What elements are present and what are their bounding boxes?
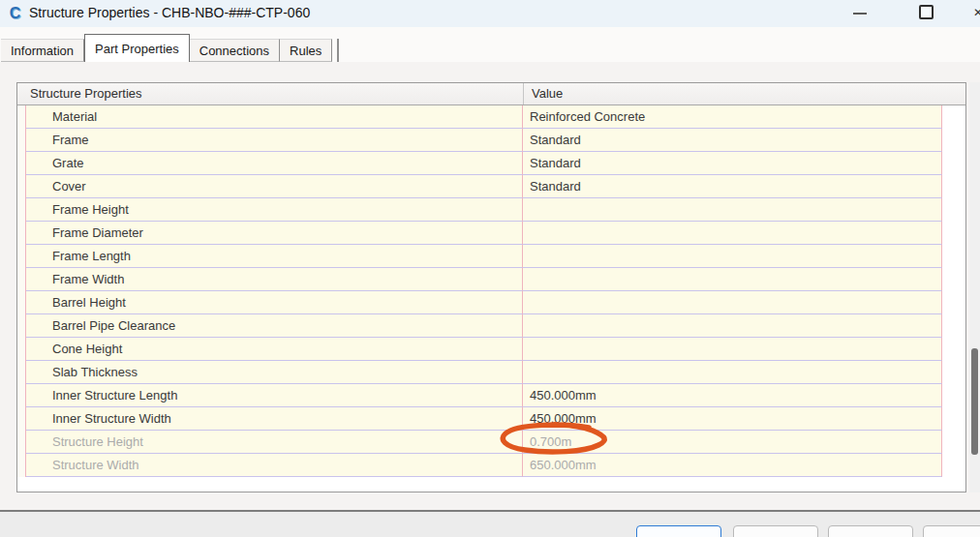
property-value-cell[interactable]: 0.700m (523, 431, 942, 454)
row-indent-gutter (17, 222, 26, 245)
row-right-gutter (942, 175, 965, 198)
table-row: Structure Height 0.700m (17, 431, 965, 454)
property-name-cell: Inner Structure Width (26, 407, 523, 431)
row-right-gutter (942, 361, 965, 384)
row-right-gutter (942, 245, 965, 268)
row-right-gutter (942, 222, 965, 245)
row-right-gutter (942, 314, 965, 338)
app-icon: C (7, 5, 23, 21)
cancel-button[interactable]: Cancel (733, 525, 818, 537)
row-right-gutter (942, 454, 965, 477)
property-name-cell: Frame Length (26, 245, 523, 268)
row-indent-gutter (17, 291, 26, 314)
vertical-scrollbar[interactable] (969, 82, 980, 492)
table-row: Slab Thickness (17, 361, 965, 384)
row-indent-gutter (17, 407, 26, 431)
table-header-row: Structure Properties Value (17, 83, 965, 105)
table-row: Inner Structure Length 450.000mm (17, 384, 965, 407)
title-bar: C Structure Properties - CHB-NBO-###-CTP… (0, 0, 980, 28)
table-row: Frame Standard (17, 129, 965, 152)
property-name-cell: Material (26, 105, 523, 129)
property-value-cell[interactable]: Reinforced Concrete (523, 105, 942, 129)
column-header-property[interactable]: Structure Properties (17, 83, 523, 104)
table-row: Barrel Pipe Clearance (17, 314, 965, 338)
tab-strip: Information Part Properties Connections … (1, 34, 339, 62)
row-indent-gutter (17, 361, 26, 384)
property-value-cell[interactable] (523, 338, 942, 361)
row-indent-gutter (17, 198, 26, 222)
property-name-cell: Barrel Pipe Clearance (26, 314, 523, 338)
tab-information[interactable]: Information (1, 39, 84, 62)
property-name-cell: Barrel Height (26, 291, 523, 314)
tab-part-properties[interactable]: Part Properties (84, 34, 190, 62)
row-indent-gutter (17, 314, 26, 338)
table-body: Material Reinforced Concrete Frame Stand… (17, 105, 965, 477)
property-value-cell[interactable]: Standard (523, 152, 942, 175)
column-header-value[interactable]: Value (523, 83, 965, 104)
row-indent-gutter (17, 105, 26, 129)
row-indent-gutter (17, 129, 26, 152)
maximize-button[interactable] (903, 0, 941, 27)
tab-rules[interactable]: Rules (280, 39, 332, 62)
property-value-cell[interactable] (523, 198, 942, 222)
property-name-cell: Grate (26, 152, 523, 175)
scrollbar-thumb[interactable] (971, 348, 978, 455)
tab-connections[interactable]: Connections (190, 39, 280, 62)
window-title: Structure Properties - CHB-NBO-###-CTP-0… (29, 5, 310, 20)
property-name-cell: Inner Structure Length (26, 384, 523, 407)
row-right-gutter (942, 338, 965, 361)
table-row: Structure Width 650.000mm (17, 454, 965, 477)
table-row: Frame Length (17, 245, 965, 268)
apply-button[interactable]: Apply (828, 525, 913, 537)
property-value-cell[interactable] (523, 245, 942, 268)
property-name-cell: Structure Width (26, 454, 523, 477)
property-value-cell[interactable] (523, 291, 942, 314)
minimize-button[interactable] (841, 0, 879, 27)
table-row: Inner Structure Width 450.000mm (17, 407, 965, 431)
row-right-gutter (942, 198, 965, 222)
help-button[interactable]: Help (923, 525, 980, 537)
property-name-cell: Frame (26, 129, 523, 152)
table-row: Frame Width (17, 268, 965, 291)
property-value-cell[interactable]: Standard (523, 129, 942, 152)
row-right-gutter (942, 129, 965, 152)
property-value-cell[interactable] (523, 222, 942, 245)
property-value-cell[interactable]: 450.000mm (523, 407, 942, 431)
row-right-gutter (942, 384, 965, 407)
close-button[interactable]: ✕ (966, 0, 980, 27)
property-name-cell: Frame Width (26, 268, 523, 291)
property-name-cell: Frame Height (26, 198, 523, 222)
row-indent-gutter (17, 245, 26, 268)
row-right-gutter (942, 152, 965, 175)
tab-strip-stub (332, 39, 339, 62)
row-right-gutter (942, 431, 965, 454)
property-value-cell[interactable] (523, 314, 942, 338)
row-indent-gutter (17, 454, 26, 477)
property-value-cell[interactable]: Standard (523, 175, 942, 198)
table-row: Barrel Height (17, 291, 965, 314)
row-indent-gutter (17, 338, 26, 361)
property-name-cell: Slab Thickness (26, 361, 523, 384)
row-right-gutter (942, 407, 965, 431)
property-name-cell: Frame Diameter (26, 222, 523, 245)
property-name-cell: Structure Height (26, 431, 523, 454)
row-right-gutter (942, 105, 965, 129)
structure-properties-table: Structure Properties Value Material Rein… (16, 82, 966, 492)
ok-button[interactable]: OK (636, 525, 721, 537)
property-value-cell[interactable]: 450.000mm (523, 384, 942, 407)
row-right-gutter (942, 291, 965, 314)
table-row: Cone Height (17, 338, 965, 361)
property-name-cell: Cover (26, 175, 523, 198)
row-right-gutter (942, 268, 965, 291)
property-value-cell[interactable]: 650.000mm (523, 454, 942, 477)
close-icon: ✕ (973, 6, 980, 19)
table-row: Frame Diameter (17, 222, 965, 245)
row-indent-gutter (17, 384, 26, 407)
table-row: Cover Standard (17, 175, 965, 198)
row-indent-gutter (17, 431, 26, 454)
row-indent-gutter (17, 268, 26, 291)
property-value-cell[interactable] (523, 268, 942, 291)
table-row: Frame Height (17, 198, 965, 222)
property-name-cell: Cone Height (26, 338, 523, 361)
property-value-cell[interactable] (523, 361, 942, 384)
